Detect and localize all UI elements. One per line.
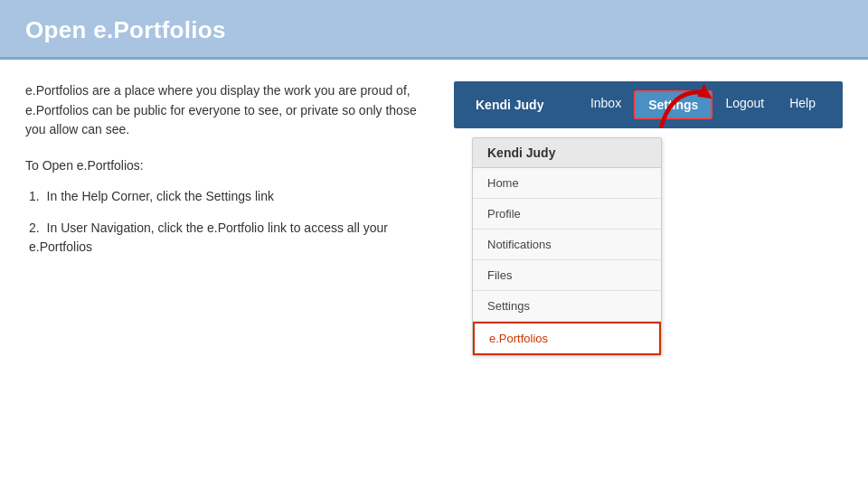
dropdown-notifications[interactable]: Notifications [473, 230, 661, 260]
step-1: 1. In the Help Corner, click the Setting… [25, 187, 427, 206]
dropdown-files[interactable]: Files [473, 260, 661, 291]
navbar-screenshot: Kendi Judy Inbox Settings Logout Help [454, 81, 843, 128]
main-content: e.Portfolios are a place where you displ… [0, 60, 868, 356]
navbar-logout[interactable]: Logout [712, 90, 777, 119]
navbar-username: Kendi Judy [468, 98, 551, 112]
subheading: To Open e.Portfolios: [25, 158, 427, 173]
step-2: 2. In User Navigation, click the e.Portf… [25, 219, 427, 257]
dropdown-home[interactable]: Home [473, 168, 661, 199]
navbar-inbox[interactable]: Inbox [578, 90, 634, 119]
dropdown-menu: Kendi Judy Home Profile Notifications Fi… [472, 137, 662, 356]
right-panel: Kendi Judy Inbox Settings Logout Help Ke… [454, 81, 843, 356]
description-text: e.Portfolios are a place where you displ… [25, 81, 427, 140]
navbar-help[interactable]: Help [777, 90, 828, 119]
dropdown-settings[interactable]: Settings [473, 291, 661, 322]
step-1-text: In the Help Corner, click the Settings l… [47, 189, 274, 203]
dropdown-header: Kendi Judy [473, 138, 661, 168]
arrow-indicator [651, 83, 714, 137]
dropdown-eportfolios[interactable]: e.Portfolios [473, 322, 661, 355]
page-header: Open e.Portfolios [0, 0, 868, 60]
dropdown-profile[interactable]: Profile [473, 199, 661, 230]
left-panel: e.Portfolios are a place where you displ… [25, 81, 427, 356]
step-2-number: 2. [29, 221, 40, 235]
step-1-number: 1. [29, 189, 40, 203]
steps-list: 1. In the Help Corner, click the Setting… [25, 187, 427, 257]
page-title: Open e.Portfolios [25, 16, 843, 44]
step-2-text: In User Navigation, click the e.Portfoli… [29, 221, 388, 254]
